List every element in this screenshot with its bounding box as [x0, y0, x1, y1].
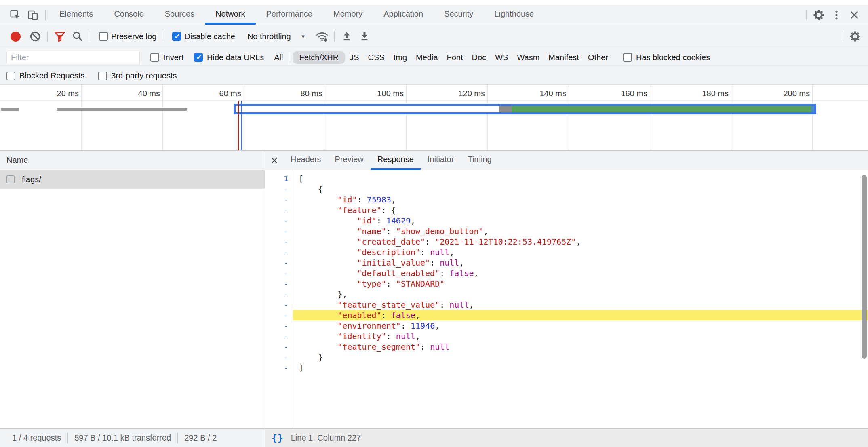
tab-security[interactable]: Security [434, 5, 484, 25]
filter-type-media[interactable]: Media [411, 51, 442, 64]
filter-type-fetch-xhr[interactable]: Fetch/XHR [293, 51, 345, 64]
token-key: "id" [357, 216, 377, 226]
token-key: "initial_value" [357, 258, 430, 268]
preserve-log-checkbox[interactable] [99, 32, 108, 41]
request-row-checkbox[interactable] [6, 175, 15, 183]
request-detail-panel: HeadersPreviewResponseInitiatorTiming 1[… [265, 151, 868, 428]
network-settings-button[interactable] [846, 28, 864, 44]
filter-toggle-button[interactable] [51, 28, 69, 44]
token-pun: , [391, 195, 396, 205]
request-row-name: flags/ [22, 175, 41, 184]
line-number: - [265, 289, 293, 299]
filter-type-other[interactable]: Other [584, 51, 613, 64]
close-detail-button[interactable] [265, 151, 284, 170]
invert-checkbox[interactable] [150, 53, 159, 62]
request-list-panel: Name flags/ [0, 151, 265, 428]
detail-tab-response[interactable]: Response [371, 151, 421, 170]
filter-input[interactable] [6, 51, 140, 64]
token-key: "feature" [337, 205, 381, 215]
inspect-element-button[interactable] [6, 7, 24, 23]
export-har-button[interactable] [356, 28, 373, 44]
tab-network[interactable]: Network [205, 5, 255, 25]
disable-cache-checkbox[interactable] [172, 32, 181, 41]
close-devtools-button[interactable] [845, 7, 863, 23]
detail-tab-initiator[interactable]: Initiator [421, 151, 461, 170]
overview-gridline [650, 85, 650, 150]
clear-button[interactable] [26, 28, 44, 44]
overview-gridline [731, 85, 731, 150]
waterfall-segment [811, 106, 814, 112]
device-toolbar-button[interactable] [24, 7, 42, 23]
overview-tick-label: 20 ms [57, 89, 79, 98]
filter-type-img[interactable]: Img [389, 51, 411, 64]
format-braces-icon[interactable]: {} [272, 433, 284, 443]
token-num: 14629 [386, 216, 411, 226]
token-key: "enabled" [337, 310, 381, 320]
filter-type-doc[interactable]: Doc [468, 51, 491, 64]
request-row-flags[interactable]: flags/ [0, 170, 265, 189]
disable-cache-label: Disable cache [184, 32, 235, 41]
domcontentloaded-line [238, 101, 239, 150]
status-divider [177, 433, 178, 443]
overview-tick-label: 60 ms [219, 89, 241, 98]
filter-bar: Invert Hide data URLs AllFetch/XHRJSCSSI… [0, 48, 868, 67]
token-atm: null [396, 331, 415, 341]
network-conditions-button[interactable] [313, 28, 331, 44]
token-pun [299, 195, 337, 205]
status-item: 1 / 4 requests [12, 433, 61, 443]
tab-sources[interactable]: Sources [154, 5, 205, 25]
third-party-requests-checkbox[interactable] [98, 72, 107, 80]
token-pun: { [299, 184, 323, 194]
toolbar-divider-4 [334, 31, 335, 42]
tab-elements[interactable]: Elements [49, 5, 103, 25]
line-number: - [265, 257, 293, 268]
token-pun: , [459, 258, 464, 268]
code-text: "created_date": "2021-11-12T10:22:53.419… [293, 236, 868, 247]
filter-type-font[interactable]: Font [442, 51, 468, 64]
overview-labels-rule [0, 100, 868, 101]
code-line: - "environment": 11946, [265, 320, 868, 331]
detail-tab-headers[interactable]: Headers [284, 151, 328, 170]
more-options-button[interactable] [828, 7, 845, 23]
line-number: - [265, 352, 293, 363]
tab-performance[interactable]: Performance [256, 5, 323, 25]
detail-tab-preview[interactable]: Preview [328, 151, 371, 170]
overview-tick-label: 160 ms [621, 89, 647, 98]
filter-type-wasm[interactable]: Wasm [512, 51, 544, 64]
record-button[interactable] [11, 32, 21, 42]
code-line: - "feature": { [265, 205, 868, 215]
scrollbar-thumb[interactable] [862, 175, 867, 359]
has-blocked-cookies-checkbox[interactable] [623, 53, 632, 62]
search-button[interactable] [69, 28, 86, 44]
overview-tick-label: 200 ms [783, 89, 810, 98]
throttling-select[interactable]: No throttling [247, 32, 291, 41]
toolbar-divider-1 [47, 31, 48, 42]
device-toolbar-icon [27, 9, 39, 21]
selected-request-waterfall-bar [234, 104, 816, 114]
close-icon [849, 9, 860, 21]
chevron-down-icon[interactable]: ▼ [301, 34, 306, 40]
import-har-button[interactable] [338, 28, 356, 44]
network-overview[interactable]: 20 ms40 ms60 ms80 ms100 ms120 ms140 ms16… [0, 85, 868, 151]
token-pun [299, 237, 357, 247]
tab-console[interactable]: Console [103, 5, 154, 25]
tab-lighthouse[interactable]: Lighthouse [484, 5, 544, 25]
blocked-requests-checkbox[interactable] [6, 72, 15, 80]
waterfall-segment [512, 106, 811, 112]
name-column-header[interactable]: Name [0, 151, 265, 170]
overview-tick-label: 180 ms [702, 89, 729, 98]
response-viewer[interactable]: 1[- {- "id": 75983,- "feature": {- "id":… [265, 170, 868, 428]
settings-button[interactable] [810, 7, 828, 23]
filter-type-css[interactable]: CSS [364, 51, 389, 64]
code-line: - "initial_value": null, [265, 257, 868, 268]
filter-type-ws[interactable]: WS [491, 51, 512, 64]
filter-type-js[interactable]: JS [345, 51, 363, 64]
window-top-strip [0, 0, 868, 5]
tab-memory[interactable]: Memory [323, 5, 373, 25]
filter-type-manifest[interactable]: Manifest [544, 51, 584, 64]
status-item: 597 B / 10.1 kB transferred [74, 433, 171, 443]
hide-data-urls-checkbox[interactable] [194, 53, 203, 62]
filter-type-all[interactable]: All [270, 51, 287, 64]
detail-tab-timing[interactable]: Timing [461, 151, 498, 170]
tab-application[interactable]: Application [373, 5, 434, 25]
